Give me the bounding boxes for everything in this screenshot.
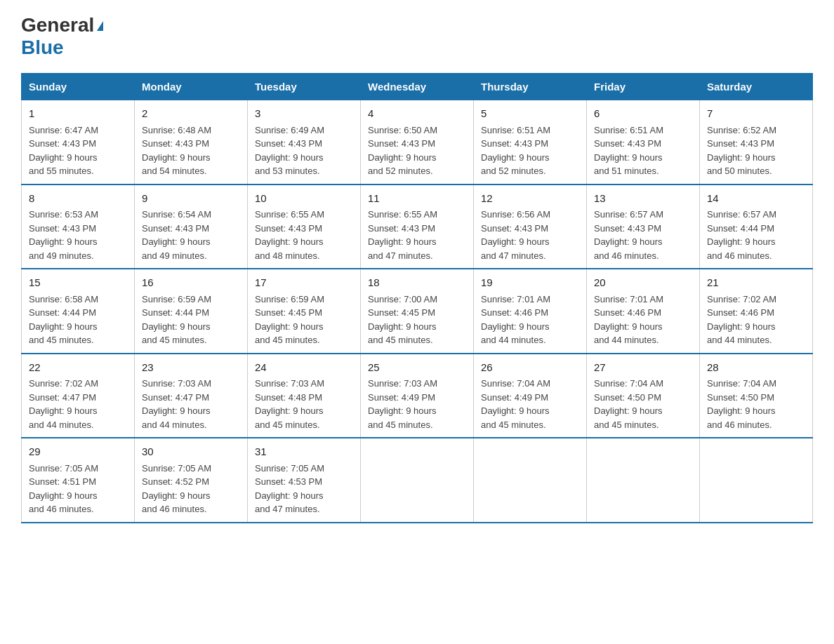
logo-blue-text: Blue [21, 36, 64, 58]
day-info: Sunrise: 7:03 AMSunset: 4:49 PMDaylight:… [368, 378, 437, 430]
calendar-cell: 15 Sunrise: 6:58 AMSunset: 4:44 PMDaylig… [22, 269, 135, 354]
day-number: 5 [481, 106, 579, 122]
calendar-cell: 25 Sunrise: 7:03 AMSunset: 4:49 PMDaylig… [361, 354, 474, 438]
calendar-cell: 9 Sunrise: 6:54 AMSunset: 4:43 PMDayligh… [135, 185, 248, 269]
calendar-cell: 19 Sunrise: 7:01 AMSunset: 4:46 PMDaylig… [474, 269, 587, 354]
day-info: Sunrise: 7:02 AMSunset: 4:47 PMDaylight:… [29, 378, 98, 430]
day-info: Sunrise: 7:01 AMSunset: 4:46 PMDaylight:… [481, 294, 550, 346]
day-info: Sunrise: 6:49 AMSunset: 4:43 PMDaylight:… [255, 125, 324, 177]
day-number: 11 [368, 191, 466, 207]
day-info: Sunrise: 6:55 AMSunset: 4:43 PMDaylight:… [368, 209, 437, 261]
day-number: 26 [481, 360, 579, 376]
calendar-cell: 31 Sunrise: 7:05 AMSunset: 4:53 PMDaylig… [248, 438, 361, 523]
logo: General Blue [21, 14, 103, 59]
calendar-cell [474, 438, 587, 523]
day-number: 2 [142, 106, 240, 122]
calendar-header-row: SundayMondayTuesdayWednesdayThursdayFrid… [22, 74, 813, 100]
day-number: 7 [707, 106, 805, 122]
day-number: 21 [707, 275, 805, 291]
day-info: Sunrise: 6:57 AMSunset: 4:43 PMDaylight:… [594, 209, 663, 261]
day-info: Sunrise: 6:48 AMSunset: 4:43 PMDaylight:… [142, 125, 211, 177]
page-header: General Blue [21, 14, 813, 59]
day-number: 6 [594, 106, 692, 122]
header-monday: Monday [135, 74, 248, 100]
calendar-cell: 11 Sunrise: 6:55 AMSunset: 4:43 PMDaylig… [361, 185, 474, 269]
calendar-cell: 3 Sunrise: 6:49 AMSunset: 4:43 PMDayligh… [248, 100, 361, 185]
day-number: 17 [255, 275, 353, 291]
day-info: Sunrise: 6:52 AMSunset: 4:43 PMDaylight:… [707, 125, 776, 177]
day-number: 12 [481, 191, 579, 207]
week-row-1: 1 Sunrise: 6:47 AMSunset: 4:43 PMDayligh… [22, 100, 813, 185]
day-number: 9 [142, 191, 240, 207]
calendar-cell: 5 Sunrise: 6:51 AMSunset: 4:43 PMDayligh… [474, 100, 587, 185]
calendar-cell: 12 Sunrise: 6:56 AMSunset: 4:43 PMDaylig… [474, 185, 587, 269]
day-number: 13 [594, 191, 692, 207]
day-number: 25 [368, 360, 466, 376]
day-number: 29 [29, 444, 127, 460]
day-info: Sunrise: 6:56 AMSunset: 4:43 PMDaylight:… [481, 209, 550, 261]
logo-general-text: General [21, 14, 94, 36]
day-info: Sunrise: 7:00 AMSunset: 4:45 PMDaylight:… [368, 294, 437, 346]
calendar-cell: 14 Sunrise: 6:57 AMSunset: 4:44 PMDaylig… [700, 185, 813, 269]
header-thursday: Thursday [474, 74, 587, 100]
day-number: 18 [368, 275, 466, 291]
day-info: Sunrise: 6:51 AMSunset: 4:43 PMDaylight:… [594, 125, 663, 177]
day-info: Sunrise: 6:51 AMSunset: 4:43 PMDaylight:… [481, 125, 550, 177]
day-info: Sunrise: 7:03 AMSunset: 4:47 PMDaylight:… [142, 378, 211, 430]
day-number: 8 [29, 191, 127, 207]
day-info: Sunrise: 7:05 AMSunset: 4:51 PMDaylight:… [29, 463, 98, 515]
day-info: Sunrise: 7:04 AMSunset: 4:49 PMDaylight:… [481, 378, 550, 430]
calendar-cell: 30 Sunrise: 7:05 AMSunset: 4:52 PMDaylig… [135, 438, 248, 523]
calendar-cell: 18 Sunrise: 7:00 AMSunset: 4:45 PMDaylig… [361, 269, 474, 354]
logo-triangle-icon [97, 21, 103, 31]
day-info: Sunrise: 6:55 AMSunset: 4:43 PMDaylight:… [255, 209, 324, 261]
day-info: Sunrise: 6:54 AMSunset: 4:43 PMDaylight:… [142, 209, 211, 261]
day-info: Sunrise: 6:59 AMSunset: 4:44 PMDaylight:… [142, 294, 211, 346]
calendar-cell: 16 Sunrise: 6:59 AMSunset: 4:44 PMDaylig… [135, 269, 248, 354]
calendar-cell: 2 Sunrise: 6:48 AMSunset: 4:43 PMDayligh… [135, 100, 248, 185]
calendar-cell: 6 Sunrise: 6:51 AMSunset: 4:43 PMDayligh… [587, 100, 700, 185]
header-wednesday: Wednesday [361, 74, 474, 100]
day-number: 22 [29, 360, 127, 376]
day-number: 31 [255, 444, 353, 460]
calendar-table: SundayMondayTuesdayWednesdayThursdayFrid… [21, 73, 813, 523]
calendar-cell: 21 Sunrise: 7:02 AMSunset: 4:46 PMDaylig… [700, 269, 813, 354]
day-info: Sunrise: 7:01 AMSunset: 4:46 PMDaylight:… [594, 294, 663, 346]
day-info: Sunrise: 6:47 AMSunset: 4:43 PMDaylight:… [29, 125, 98, 177]
day-info: Sunrise: 6:58 AMSunset: 4:44 PMDaylight:… [29, 294, 98, 346]
week-row-2: 8 Sunrise: 6:53 AMSunset: 4:43 PMDayligh… [22, 185, 813, 269]
week-row-4: 22 Sunrise: 7:02 AMSunset: 4:47 PMDaylig… [22, 354, 813, 438]
day-number: 24 [255, 360, 353, 376]
calendar-cell: 23 Sunrise: 7:03 AMSunset: 4:47 PMDaylig… [135, 354, 248, 438]
day-info: Sunrise: 7:05 AMSunset: 4:53 PMDaylight:… [255, 463, 324, 515]
day-number: 14 [707, 191, 805, 207]
calendar-cell: 4 Sunrise: 6:50 AMSunset: 4:43 PMDayligh… [361, 100, 474, 185]
week-row-3: 15 Sunrise: 6:58 AMSunset: 4:44 PMDaylig… [22, 269, 813, 354]
calendar-cell: 20 Sunrise: 7:01 AMSunset: 4:46 PMDaylig… [587, 269, 700, 354]
calendar-cell: 28 Sunrise: 7:04 AMSunset: 4:50 PMDaylig… [700, 354, 813, 438]
day-number: 16 [142, 275, 240, 291]
calendar-cell: 27 Sunrise: 7:04 AMSunset: 4:50 PMDaylig… [587, 354, 700, 438]
calendar-cell: 24 Sunrise: 7:03 AMSunset: 4:48 PMDaylig… [248, 354, 361, 438]
header-tuesday: Tuesday [248, 74, 361, 100]
day-number: 3 [255, 106, 353, 122]
day-info: Sunrise: 6:59 AMSunset: 4:45 PMDaylight:… [255, 294, 324, 346]
day-info: Sunrise: 7:05 AMSunset: 4:52 PMDaylight:… [142, 463, 211, 515]
day-info: Sunrise: 6:57 AMSunset: 4:44 PMDaylight:… [707, 209, 776, 261]
day-number: 10 [255, 191, 353, 207]
calendar-cell: 1 Sunrise: 6:47 AMSunset: 4:43 PMDayligh… [22, 100, 135, 185]
day-info: Sunrise: 7:04 AMSunset: 4:50 PMDaylight:… [707, 378, 776, 430]
day-number: 19 [481, 275, 579, 291]
day-number: 23 [142, 360, 240, 376]
day-number: 15 [29, 275, 127, 291]
day-info: Sunrise: 6:53 AMSunset: 4:43 PMDaylight:… [29, 209, 98, 261]
header-friday: Friday [587, 74, 700, 100]
calendar-cell [700, 438, 813, 523]
calendar-cell [587, 438, 700, 523]
calendar-cell: 7 Sunrise: 6:52 AMSunset: 4:43 PMDayligh… [700, 100, 813, 185]
header-saturday: Saturday [700, 74, 813, 100]
week-row-5: 29 Sunrise: 7:05 AMSunset: 4:51 PMDaylig… [22, 438, 813, 523]
calendar-cell: 22 Sunrise: 7:02 AMSunset: 4:47 PMDaylig… [22, 354, 135, 438]
calendar-cell: 17 Sunrise: 6:59 AMSunset: 4:45 PMDaylig… [248, 269, 361, 354]
calendar-cell: 26 Sunrise: 7:04 AMSunset: 4:49 PMDaylig… [474, 354, 587, 438]
